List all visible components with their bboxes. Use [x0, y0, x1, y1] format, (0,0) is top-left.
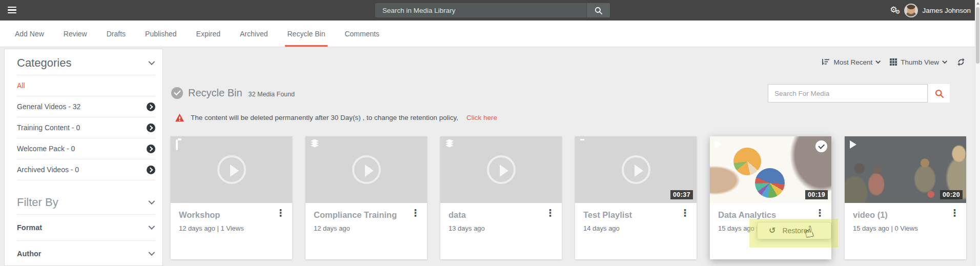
scroll-up-arrow-icon[interactable] — [976, 2, 979, 5]
sort-dropdown[interactable]: Most Recent — [822, 58, 880, 66]
media-card: Compliance Training ⋮ 12 days ago — [305, 136, 427, 259]
media-search-button[interactable] — [928, 84, 950, 103]
tab-archived[interactable]: Archived — [230, 21, 277, 47]
more-options-button[interactable]: ⋮ — [545, 208, 555, 218]
user-name[interactable]: James Johnson — [922, 7, 971, 14]
chevron-right-circle-icon — [147, 166, 155, 174]
play-circle-icon — [217, 155, 246, 184]
refresh-button[interactable] — [956, 57, 966, 67]
duration-badge: 00:19 — [805, 190, 828, 199]
retention-warning: The content will be deleted permanently … — [175, 113, 497, 122]
media-meta: 12 days ago | 1 Views — [179, 224, 285, 232]
filter-by-header: Filter By — [5, 189, 162, 214]
duration-badge: 00:20 — [940, 190, 963, 199]
sidebar: Categories All General Videos - 32 Train… — [4, 49, 163, 266]
category-item-general-videos[interactable]: General Videos - 32 — [5, 96, 162, 117]
play-circle-icon — [487, 155, 516, 184]
category-item-welcome-pack[interactable]: Welcome Pack - 0 — [5, 138, 162, 159]
scrollbar-thumb[interactable] — [976, 7, 979, 64]
media-title[interactable]: video (1) — [853, 210, 951, 220]
play-icon — [715, 140, 722, 149]
card-info: Workshop ⋮ 12 days ago | 1 Views — [171, 203, 292, 259]
selected-check-icon[interactable] — [815, 140, 827, 152]
media-thumbnail[interactable] — [440, 136, 562, 203]
category-item-training-content[interactable]: Training Content - 0 — [5, 117, 162, 138]
topbar-right: ⚙⚙ James Johnson — [890, 0, 971, 21]
media-card-selected: 00:19 Data Analytics ⋮ 15 days ago | 0 V… — [710, 136, 831, 259]
settings-cogs-icon[interactable]: ⚙⚙ — [890, 6, 900, 15]
sort-label: Most Recent — [833, 58, 872, 66]
media-card: 00:20 video (1) ⋮ 15 days ago | 0 Views — [845, 136, 966, 259]
more-options-button[interactable]: ⋮ — [411, 208, 420, 218]
chevron-down-icon — [942, 58, 947, 64]
media-thumbnail[interactable]: 00:19 — [710, 136, 831, 203]
tab-recycle-bin[interactable]: Recycle Bin — [278, 21, 335, 47]
clipboard-icon — [176, 139, 178, 150]
media-thumbnail[interactable] — [305, 136, 427, 203]
warning-text: The content will be deleted permanently … — [191, 114, 458, 121]
tab-label: Review — [64, 30, 87, 38]
chevron-right-circle-icon — [147, 145, 155, 153]
chevron-right-circle-icon — [147, 124, 155, 132]
layers-icon — [311, 140, 319, 148]
tab-review[interactable]: Review — [54, 21, 97, 47]
global-search-input[interactable] — [375, 3, 586, 17]
more-options-button[interactable]: ⋮ — [950, 208, 959, 218]
chevron-down-icon[interactable] — [149, 198, 155, 204]
chevron-right-circle-icon — [147, 103, 155, 111]
view-dropdown[interactable]: Thumb View — [890, 58, 946, 66]
search-icon — [594, 6, 603, 15]
more-options-button[interactable]: ⋮ — [680, 208, 690, 218]
tab-label: Archived — [240, 30, 268, 38]
media-title[interactable]: Test Playlist — [583, 210, 682, 220]
play-icon — [850, 140, 856, 149]
layers-icon — [445, 140, 454, 148]
media-thumbnail[interactable]: 00:37 — [575, 136, 697, 203]
tab-label: Add New — [15, 30, 44, 38]
media-search-input[interactable] — [768, 84, 928, 103]
restore-icon: ↺ — [769, 227, 775, 235]
click-here-link[interactable]: Click here — [466, 114, 497, 121]
media-title[interactable]: data — [448, 210, 547, 220]
vertical-scrollbar[interactable] — [975, 0, 980, 266]
category-item-all[interactable]: All — [5, 75, 162, 96]
tab-comments[interactable]: Comments — [335, 21, 389, 47]
play-circle-icon — [352, 155, 381, 184]
duration-badge: 00:37 — [670, 190, 693, 199]
filter-author[interactable]: Author — [5, 241, 162, 266]
categories-title: Categories — [17, 56, 71, 70]
more-options-button[interactable]: ⋮ — [815, 208, 825, 218]
tab-label: Drafts — [107, 30, 126, 38]
hamburger-menu-icon[interactable] — [8, 7, 16, 15]
media-thumbnail[interactable] — [171, 136, 292, 203]
media-title[interactable]: Compliance Training — [314, 210, 412, 220]
tab-label: Recycle Bin — [288, 30, 325, 38]
media-thumbnail[interactable]: 00:20 — [845, 136, 966, 203]
global-search-button[interactable] — [586, 3, 610, 17]
tab-add-new[interactable]: Add New — [5, 21, 54, 47]
filter-format[interactable]: Format — [5, 215, 162, 240]
card-info: Test Playlist ⋮ 14 days ago — [575, 203, 697, 259]
more-options-button[interactable]: ⋮ — [276, 208, 285, 218]
tab-label: Published — [145, 30, 177, 38]
tab-drafts[interactable]: Drafts — [97, 21, 135, 47]
media-search — [768, 84, 950, 103]
global-search — [375, 3, 610, 17]
category-item-archived-videos[interactable]: Archived Videos - 0 — [5, 159, 162, 180]
media-card: 00:37 Test Playlist ⋮ 14 days ago — [575, 136, 697, 259]
tab-expired[interactable]: Expired — [187, 21, 230, 47]
card-info: video (1) ⋮ 15 days ago | 0 Views — [845, 203, 966, 259]
card-info: data ⋮ 13 days ago — [440, 203, 562, 259]
page-title: Recycle Bin — [188, 87, 242, 99]
search-icon — [934, 89, 944, 98]
chevron-down-icon[interactable] — [149, 58, 155, 65]
user-avatar[interactable] — [904, 4, 918, 17]
warning-triangle-icon — [175, 113, 185, 122]
media-title[interactable]: Workshop — [179, 210, 277, 220]
check-circle-icon — [171, 87, 183, 99]
media-meta: 13 days ago — [448, 224, 555, 232]
tab-published[interactable]: Published — [135, 21, 187, 47]
context-menu: ↺ Restore — [757, 222, 831, 239]
media-title[interactable]: Data Analytics — [718, 210, 816, 220]
divider — [17, 180, 155, 180]
